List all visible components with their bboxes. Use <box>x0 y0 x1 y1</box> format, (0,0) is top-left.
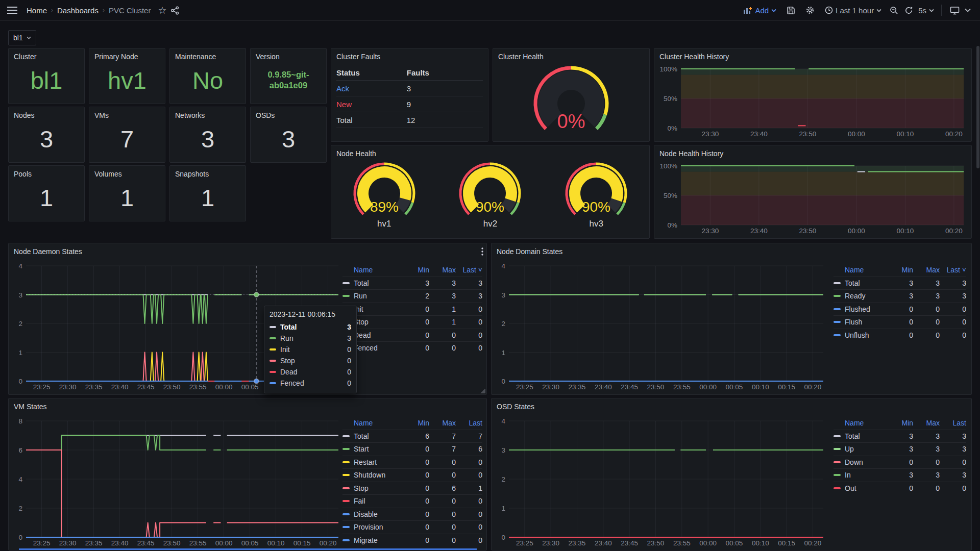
refresh-interval-picker[interactable]: 5s <box>918 6 934 15</box>
panel-title[interactable]: Node Domain States <box>492 243 971 256</box>
legend-header[interactable]: NameMinMaxLast ˅ <box>834 264 966 277</box>
legend-row[interactable]: Up333 <box>834 442 966 456</box>
node-health-history-chart[interactable]: 0%50%100%23:3023:4023:5000:0000:1000:20 <box>656 162 968 236</box>
legend-row[interactable]: Provision000 <box>342 520 482 534</box>
node-gauge-canvas: 89% <box>333 159 435 221</box>
series-swatch <box>270 326 276 328</box>
panel-node-daemon-states: Node Daemon States 0123423:2523:3023:352… <box>8 243 487 395</box>
legend-row[interactable]: Flush000 <box>834 315 966 329</box>
cluster-health-history-chart[interactable]: 0%50%100%23:3023:4023:5000:0000:1000:20 <box>656 65 968 139</box>
series-swatch <box>834 295 841 297</box>
legend-row[interactable]: Migrate000 <box>342 534 482 547</box>
panel-title[interactable]: Cluster Health History <box>654 48 971 61</box>
chevron-down-icon <box>876 9 881 12</box>
legend-row[interactable]: Total333 <box>834 277 966 290</box>
legend-row[interactable]: Run233 <box>342 289 482 303</box>
legend-row[interactable]: Unflush000 <box>834 329 966 342</box>
node-health-gauge: 89%hv1 <box>333 159 435 229</box>
x-axis-tick: 00:05 <box>241 539 259 547</box>
panel-title[interactable]: VM States <box>9 398 486 411</box>
x-axis-tick: 23:50 <box>163 383 181 391</box>
save-dashboard-button[interactable] <box>787 6 795 15</box>
panel-title[interactable]: Node Daemon States <box>9 243 486 256</box>
legend-row[interactable]: Down000 <box>834 456 966 469</box>
x-axis-tick: 23:40 <box>111 383 129 391</box>
panel-title[interactable]: Cluster Faults <box>331 48 488 61</box>
hover-point-marker <box>254 292 259 297</box>
legend-row[interactable]: Total677 <box>342 430 482 443</box>
legend-row[interactable]: Flushed000 <box>834 303 966 316</box>
legend-row[interactable]: In333 <box>834 468 966 482</box>
node-name-label: hv3 <box>589 219 603 229</box>
faults-table-header[interactable]: StatusFaults <box>336 65 483 81</box>
panel-networks: Networks 3 <box>169 107 246 163</box>
x-axis-tick: 23:30 <box>701 130 719 138</box>
add-button[interactable]: Add <box>743 6 776 15</box>
x-axis-tick: 23:35 <box>85 539 103 547</box>
legend-row[interactable]: Restart000 <box>342 456 482 469</box>
node-health-gauge: 90%hv3 <box>545 159 647 229</box>
x-axis-tick: 23:35 <box>85 383 103 391</box>
node-health-gauges: 89%hv190%hv290%hv3 <box>331 159 649 229</box>
legend-row[interactable]: Stop010 <box>342 315 482 329</box>
variable-dropdown-cluster[interactable]: bl1 <box>8 30 36 45</box>
x-axis-tick: 23:30 <box>59 539 77 547</box>
chart-canvas: 0246823:2523:3023:3523:4023:4523:5023:55… <box>12 417 342 548</box>
nav-more-chevron[interactable] <box>965 8 971 12</box>
x-axis-tick: 00:00 <box>848 227 865 235</box>
share-icon[interactable] <box>170 6 179 15</box>
node-domain-states-chart[interactable]: 0123423:2523:3023:3523:4023:4523:5023:55… <box>495 262 827 392</box>
dashboard-settings-button[interactable] <box>805 6 815 15</box>
legend-row[interactable]: Out000 <box>834 482 966 495</box>
fault-count: 9 <box>407 100 483 109</box>
panel-osd-states: OSD States 0123423:2523:3023:3523:4023:4… <box>491 398 972 550</box>
osd-states-chart[interactable]: 0123423:2523:3023:3523:4023:4523:5023:55… <box>495 417 827 548</box>
legend-row[interactable]: Dead000 <box>342 329 482 342</box>
breadcrumb-home[interactable]: Home <box>27 6 47 15</box>
faults-table-row[interactable]: New9 <box>336 96 483 112</box>
chart-canvas: 0123423:2523:3023:3523:4023:4523:5023:55… <box>495 262 827 392</box>
legend-row[interactable]: Shutdown000 <box>342 468 482 482</box>
y-axis-tick: 0 <box>18 378 22 385</box>
x-axis-tick: 23:45 <box>137 539 155 547</box>
vertical-scrollbar[interactable] <box>976 46 979 168</box>
chart-canvas: 0%50%100%23:3023:4023:5000:0000:1000:20 <box>656 162 968 236</box>
legend-row[interactable]: Ready333 <box>834 289 966 303</box>
tooltip-row: Init0 <box>270 344 351 355</box>
refresh-button[interactable] <box>904 6 913 15</box>
legend-row[interactable]: Total333 <box>342 277 482 290</box>
legend-row[interactable]: Total333 <box>834 430 966 443</box>
variable-value: bl1 <box>13 34 23 42</box>
hover-point-marker <box>254 379 259 384</box>
panel-title[interactable]: Cluster Health <box>493 48 649 61</box>
x-axis-tick: 00:10 <box>752 383 769 391</box>
panel-resize-handle[interactable] <box>480 388 485 393</box>
legend-header[interactable]: NameMinMaxLast ˅ <box>342 264 482 277</box>
legend-row[interactable]: Disable000 <box>342 508 482 521</box>
legend-header[interactable]: NameMinMaxLast <box>834 417 966 430</box>
time-range-picker[interactable]: Last 1 hour <box>825 6 881 15</box>
horizontal-scrollbar[interactable] <box>19 548 477 550</box>
star-icon[interactable]: ☆ <box>158 5 166 16</box>
legend-header[interactable]: NameMinMaxLast <box>342 417 482 430</box>
legend-row[interactable]: Init010 <box>342 303 482 316</box>
faults-table-row[interactable]: Total12 <box>336 112 483 128</box>
panel-title[interactable]: Node Health <box>331 145 649 158</box>
legend-row[interactable]: Start076 <box>342 442 482 456</box>
tooltip-row: Dead0 <box>270 366 351 378</box>
panel-menu-kebab-icon[interactable] <box>481 247 483 258</box>
menu-icon[interactable] <box>7 6 17 14</box>
zoom-out-time-button[interactable] <box>890 6 898 15</box>
legend-row[interactable]: Fail000 <box>342 494 482 508</box>
legend-row[interactable]: Stop061 <box>342 482 482 495</box>
panel-title[interactable]: OSD States <box>492 398 971 411</box>
vm-states-chart[interactable]: 0246823:2523:3023:3523:4023:4523:5023:55… <box>12 417 342 548</box>
faults-table-row[interactable]: Ack3 <box>336 81 483 96</box>
legend-row[interactable]: Fenced000 <box>342 341 482 355</box>
kiosk-mode-button[interactable] <box>950 6 960 15</box>
panel-title[interactable]: Node Health History <box>654 145 971 158</box>
breadcrumb-dashboards[interactable]: Dashboards <box>57 6 99 15</box>
stat-value: 1 <box>170 174 246 221</box>
x-axis-tick: 00:20 <box>804 539 822 547</box>
series-swatch <box>342 513 350 515</box>
